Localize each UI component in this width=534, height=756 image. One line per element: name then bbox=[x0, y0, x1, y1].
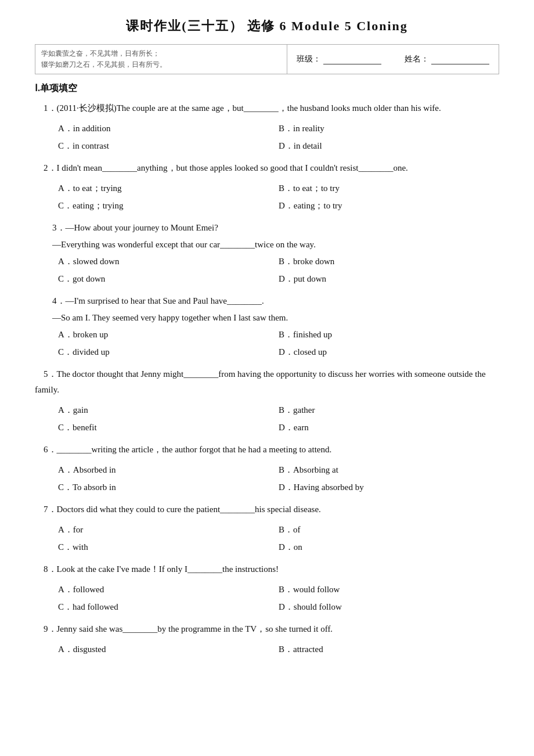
question-2: 2．I didn't mean________anything，but thos… bbox=[35, 160, 499, 214]
class-input-line bbox=[323, 54, 381, 64]
option-6-3: D．on bbox=[279, 538, 499, 556]
option-5-3: D．Having absorbed by bbox=[279, 478, 499, 496]
options-grid-1: A．to eat；tryingB．to eat；to tryC．eating；t… bbox=[58, 179, 499, 214]
q-stem-2-0: 3．—How about your journey to Mount Emei? bbox=[35, 220, 499, 236]
class-field: 班级： bbox=[297, 54, 381, 64]
options-grid-6: A．forB．ofC．withD．on bbox=[58, 521, 499, 556]
q-stem-7: 8．Look at the cake I've made！If only I__… bbox=[35, 561, 499, 577]
option-4-2: C．benefit bbox=[58, 419, 279, 436]
options-grid-5: A．Absorbed inB．Absorbing atC．To absorb i… bbox=[58, 461, 499, 496]
question-6: 6．________writing the article，the author… bbox=[35, 442, 499, 496]
q-stem-0: 1．(2011·长沙模拟)The couple are at the same … bbox=[35, 100, 499, 116]
options-grid-0: A．in additionB．in realityC．in contrastD．… bbox=[58, 120, 499, 154]
name-label: 姓名： bbox=[405, 54, 429, 64]
header-right: 班级： 姓名： bbox=[287, 45, 499, 74]
question-4: 4．—I'm surprised to hear that Sue and Pa… bbox=[35, 293, 499, 361]
option-5-1: B．Absorbing at bbox=[279, 461, 499, 478]
q-stem-6: 7．Doctors did what they could to cure th… bbox=[35, 502, 499, 517]
questions-container: 1．(2011·长沙模拟)The couple are at the same … bbox=[35, 100, 499, 658]
option-3-3: D．closed up bbox=[279, 343, 499, 361]
options-grid-8: A．disgustedB．attracted bbox=[58, 640, 499, 658]
option-2-1: B．broke down bbox=[279, 253, 499, 270]
name-field: 姓名： bbox=[405, 54, 489, 64]
question-1: 1．(2011·长沙模拟)The couple are at the same … bbox=[35, 100, 499, 154]
option-1-3: D．eating；to try bbox=[279, 197, 499, 214]
option-5-0: A．Absorbed in bbox=[58, 461, 279, 478]
option-0-2: C．in contrast bbox=[58, 137, 279, 154]
header-left-line1: 学如囊萤之奋，不见其增，日有所长； bbox=[41, 48, 281, 59]
option-7-2: C．had followed bbox=[58, 598, 279, 615]
option-5-2: C．To absorb in bbox=[58, 478, 279, 496]
option-3-0: A．broken up bbox=[58, 326, 279, 343]
option-6-0: A．for bbox=[58, 521, 279, 538]
header-left-line2: 辍学如磨刀之石，不见其损，日有所亏。 bbox=[41, 59, 281, 70]
name-input-line bbox=[431, 54, 489, 64]
question-8: 8．Look at the cake I've made！If only I__… bbox=[35, 561, 499, 615]
option-0-0: A．in addition bbox=[58, 120, 279, 137]
option-2-0: A．slowed down bbox=[58, 253, 279, 270]
option-4-1: B．gather bbox=[279, 401, 499, 419]
option-7-1: B．would follow bbox=[279, 581, 499, 598]
option-3-2: C．divided up bbox=[58, 343, 279, 361]
option-0-1: B．in reality bbox=[279, 120, 499, 137]
question-5: 5．The doctor thought that Jenny might___… bbox=[35, 366, 499, 436]
q-stem-4: 5．The doctor thought that Jenny might___… bbox=[35, 366, 499, 398]
q-stem-1: 2．I didn't mean________anything，but thos… bbox=[35, 160, 499, 176]
option-7-3: D．should follow bbox=[279, 598, 499, 615]
class-label: 班级： bbox=[297, 54, 321, 64]
options-grid-2: A．slowed downB．broke downC．got downD．put… bbox=[58, 253, 499, 287]
option-8-0: A．disgusted bbox=[58, 640, 279, 658]
options-grid-3: A．broken upB．finished upC．divided upD．cl… bbox=[58, 326, 499, 361]
option-6-2: C．with bbox=[58, 538, 279, 556]
option-8-1: B．attracted bbox=[279, 640, 499, 658]
header-box: 学如囊萤之奋，不见其增，日有所长； 辍学如磨刀之石，不见其损，日有所亏。 班级：… bbox=[35, 44, 499, 74]
q-stem-3-0: 4．—I'm surprised to hear that Sue and Pa… bbox=[35, 293, 499, 309]
option-2-2: C．got down bbox=[58, 270, 279, 287]
section1-title: Ⅰ.单项填空 bbox=[35, 82, 499, 95]
options-grid-4: A．gainB．gatherC．benefitD．earn bbox=[58, 401, 499, 436]
question-3: 3．—How about your journey to Mount Emei?… bbox=[35, 220, 499, 287]
option-2-3: D．put down bbox=[279, 270, 499, 287]
question-9: 9．Jenny said she was________by the progr… bbox=[35, 621, 499, 658]
options-grid-7: A．followedB．would followC．had followedD．… bbox=[58, 581, 499, 615]
q-stem-3-1: —So am I. They seemed very happy togethe… bbox=[35, 310, 499, 326]
option-4-0: A．gain bbox=[58, 401, 279, 419]
option-1-2: C．eating；trying bbox=[58, 197, 279, 214]
option-1-1: B．to eat；to try bbox=[279, 179, 499, 197]
page-title: 课时作业(三十五） 选修 6 Module 5 Cloning bbox=[35, 17, 499, 35]
option-0-3: D．in detail bbox=[279, 137, 499, 154]
option-3-1: B．finished up bbox=[279, 326, 499, 343]
q-stem-8: 9．Jenny said she was________by the progr… bbox=[35, 621, 499, 637]
option-6-1: B．of bbox=[279, 521, 499, 538]
option-1-0: A．to eat；trying bbox=[58, 179, 279, 197]
option-4-3: D．earn bbox=[279, 419, 499, 436]
option-7-0: A．followed bbox=[58, 581, 279, 598]
q-stem-2-1: —Everything was wonderful except that ou… bbox=[35, 237, 499, 253]
q-stem-5: 6．________writing the article，the author… bbox=[35, 442, 499, 458]
header-left: 学如囊萤之奋，不见其增，日有所长； 辍学如磨刀之石，不见其损，日有所亏。 bbox=[35, 45, 287, 74]
question-7: 7．Doctors did what they could to cure th… bbox=[35, 502, 499, 556]
